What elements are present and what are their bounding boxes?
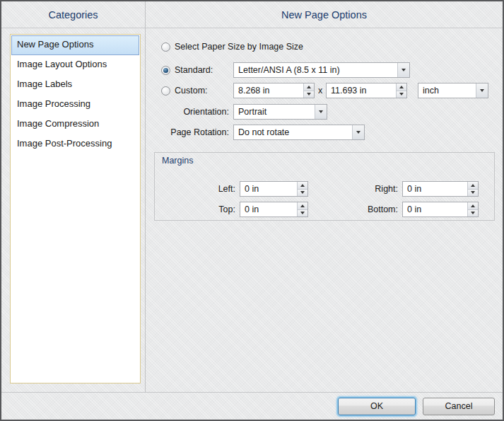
triangle-down-icon — [471, 191, 475, 194]
spin-up-button[interactable] — [397, 83, 406, 91]
sidebar-item-label: Image Layout Options — [17, 59, 107, 69]
categories-list: New Page Options Image Layout Options Im… — [10, 34, 141, 383]
chevron-down-icon — [315, 105, 327, 119]
sidebar-item-label: Image Post-Processing — [17, 138, 112, 149]
custom-size-row: Custom: 8.268 in x 11.693 in inch — [146, 83, 503, 98]
custom-height-input[interactable]: 11.693 in — [326, 83, 407, 98]
margin-top-input[interactable]: 0 in — [240, 202, 308, 217]
sidebar-item-label: Image Processing — [17, 98, 90, 109]
margin-top-label: Top: — [160, 204, 240, 214]
standard-paper-size-value: Letter/ANSI A (8.5 x 11 in) — [234, 63, 397, 77]
margin-bottom-label: Bottom: — [308, 204, 402, 214]
units-select[interactable]: inch — [418, 83, 488, 98]
spin-up-button[interactable] — [304, 83, 314, 91]
margin-right-value: 0 in — [403, 182, 467, 196]
triangle-down-icon — [399, 93, 404, 96]
spin-up-button[interactable] — [468, 182, 478, 190]
orientation-row: Orientation: Portrait — [146, 104, 503, 120]
spin-down-button[interactable] — [468, 190, 478, 197]
spin-up-button[interactable] — [298, 202, 307, 210]
margin-left-value: 0 in — [240, 182, 297, 196]
page-rotation-row: Page Rotation: Do not rotate — [146, 125, 503, 140]
triangle-down-icon — [300, 191, 305, 194]
ok-button[interactable]: OK — [338, 398, 416, 415]
new-page-options-dialog: Categories New Page Options New Page Opt… — [0, 0, 504, 421]
chevron-down-icon — [397, 63, 409, 77]
margin-bottom-input[interactable]: 0 in — [402, 202, 479, 217]
dialog-title: New Page Options — [146, 1, 503, 28]
dimension-separator: x — [315, 86, 326, 96]
select-by-image-size-row: Select Paper Size by Image Size — [146, 41, 503, 52]
radio-standard[interactable] — [161, 66, 170, 75]
margins-row-2: Top: 0 in Bottom: 0 in — [160, 202, 488, 217]
spin-up-button[interactable] — [468, 202, 478, 210]
units-value: inch — [418, 83, 476, 98]
spin-down-button[interactable] — [397, 91, 406, 98]
custom-width-input[interactable]: 8.268 in — [233, 83, 315, 98]
sidebar-item-label: Image Labels — [17, 79, 72, 89]
page-rotation-label: Page Rotation: — [170, 127, 229, 137]
radio-select-by-image-size-label[interactable]: Select Paper Size by Image Size — [175, 42, 303, 52]
margin-left-label: Left: — [160, 184, 240, 194]
sidebar-item-image-post-processing[interactable]: Image Post-Processing — [11, 134, 139, 154]
sidebar-item-image-labels[interactable]: Image Labels — [11, 75, 139, 95]
orientation-select[interactable]: Portrait — [233, 104, 327, 120]
custom-height-value: 11.693 in — [327, 83, 396, 98]
radio-custom-label[interactable]: Custom: — [175, 86, 208, 96]
dialog-footer: OK Cancel — [1, 392, 503, 420]
triangle-up-icon — [471, 184, 475, 187]
spin-up-button[interactable] — [298, 182, 307, 190]
sidebar-item-new-page-options[interactable]: New Page Options — [11, 35, 139, 55]
sidebar-item-label: New Page Options — [17, 39, 93, 50]
spin-down-button[interactable] — [298, 190, 307, 197]
cancel-button[interactable]: Cancel — [423, 398, 495, 415]
standard-paper-size-select[interactable]: Letter/ANSI A (8.5 x 11 in) — [233, 62, 410, 78]
options-panel: Select Paper Size by Image Size Standard… — [146, 28, 503, 392]
triangle-down-icon — [471, 212, 475, 214]
sidebar-item-image-processing[interactable]: Image Processing — [11, 95, 139, 115]
triangle-down-icon — [307, 93, 311, 96]
triangle-up-icon — [300, 204, 305, 207]
margin-left-input[interactable]: 0 in — [240, 181, 308, 197]
orientation-label: Orientation: — [183, 107, 229, 117]
chevron-down-icon — [352, 125, 364, 139]
sidebar-item-image-layout-options[interactable]: Image Layout Options — [11, 55, 139, 75]
standard-size-row: Standard: Letter/ANSI A (8.5 x 11 in) — [146, 62, 503, 78]
spin-down-button[interactable] — [304, 91, 314, 98]
radio-select-by-image-size[interactable] — [161, 42, 170, 52]
margins-row-1: Left: 0 in Right: 0 in — [160, 181, 488, 197]
margin-right-input[interactable]: 0 in — [402, 181, 479, 197]
chevron-down-icon — [476, 83, 488, 98]
margin-bottom-value: 0 in — [403, 202, 467, 217]
page-rotation-select[interactable]: Do not rotate — [233, 125, 365, 140]
triangle-up-icon — [307, 86, 311, 88]
sidebar-item-image-compression[interactable]: Image Compression — [11, 115, 139, 134]
page-rotation-value: Do not rotate — [234, 125, 352, 139]
sidebar-item-label: Image Compression — [17, 118, 99, 129]
triangle-up-icon — [471, 204, 475, 207]
spin-down-button[interactable] — [298, 210, 307, 217]
radio-standard-label[interactable]: Standard: — [175, 65, 213, 75]
categories-panel: New Page Options Image Layout Options Im… — [1, 28, 146, 392]
orientation-value: Portrait — [234, 105, 315, 119]
margin-top-value: 0 in — [240, 202, 297, 217]
triangle-down-icon — [300, 212, 305, 214]
spin-down-button[interactable] — [468, 210, 478, 217]
custom-width-value: 8.268 in — [234, 83, 303, 98]
triangle-up-icon — [399, 86, 404, 88]
margins-group: Margins Left: 0 in Right: 0 in — [154, 152, 495, 221]
radio-custom[interactable] — [161, 86, 170, 96]
triangle-up-icon — [300, 184, 305, 187]
margins-group-title: Margins — [160, 156, 488, 168]
categories-header: Categories — [1, 1, 146, 28]
margin-right-label: Right: — [308, 184, 402, 194]
